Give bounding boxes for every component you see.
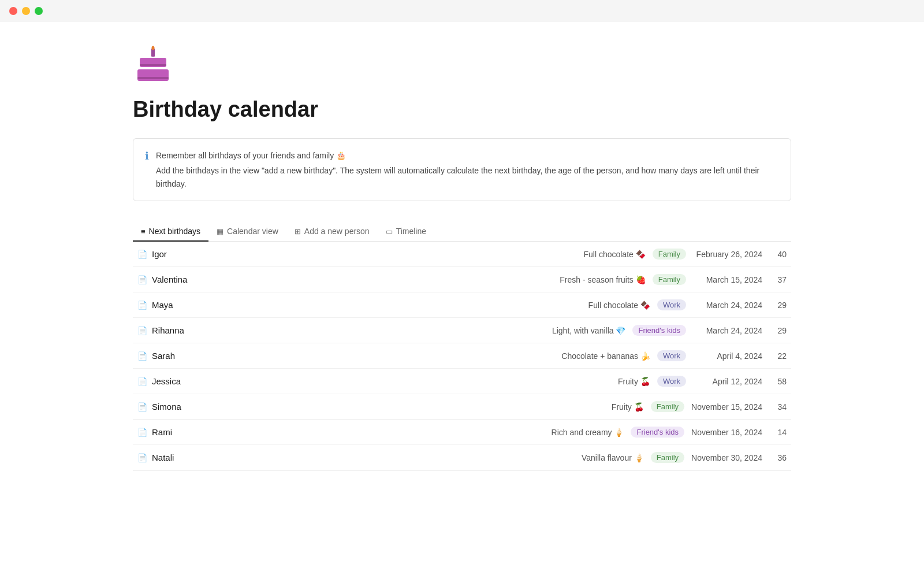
page-content: Birthday calendar ℹ Remember all birthda… bbox=[87, 22, 837, 494]
tag-work: Work bbox=[657, 299, 686, 310]
svg-point-1 bbox=[152, 46, 155, 50]
doc-icon: 📄 bbox=[137, 453, 147, 462]
age: 22 bbox=[769, 351, 787, 361]
birthday-date: March 15, 2024 bbox=[693, 275, 762, 284]
age: 36 bbox=[769, 453, 787, 462]
age: 37 bbox=[769, 275, 787, 284]
person-name: Natali bbox=[152, 453, 174, 462]
age: 29 bbox=[769, 326, 787, 335]
tag-friends-kids: Friend's kids bbox=[632, 325, 686, 336]
doc-icon: 📄 bbox=[137, 275, 147, 284]
info-line2: Add the birthdays in the view "add a new… bbox=[156, 164, 779, 190]
tab-add-person[interactable]: ⊞ Add a new person bbox=[286, 222, 378, 242]
add-icon: ⊞ bbox=[295, 227, 301, 236]
flavor-text: Fruity 🍒 bbox=[618, 377, 650, 386]
flavor-text: Fresh - season fruits 🍓 bbox=[560, 275, 646, 284]
birthday-date: November 15, 2024 bbox=[691, 402, 762, 412]
tabs: ≡ Next birthdays ▦ Calendar view ⊞ Add a… bbox=[133, 222, 791, 242]
window-chrome bbox=[0, 0, 924, 22]
info-line1: Remember all birthdays of your friends a… bbox=[156, 149, 779, 162]
birthday-date: March 24, 2024 bbox=[693, 301, 762, 310]
tag-work: Work bbox=[657, 376, 686, 387]
flavor-text: Rich and creamy 🍦 bbox=[552, 428, 624, 437]
birthday-date: November 16, 2024 bbox=[691, 428, 762, 437]
table-row[interactable]: 📄 Sarah Chocolate + bananas 🍌 Work April… bbox=[133, 343, 791, 369]
table-row[interactable]: 📄 Maya Full chocolate 🍫 Work March 24, 2… bbox=[133, 292, 791, 318]
svg-rect-4 bbox=[140, 64, 166, 66]
minimize-button[interactable] bbox=[22, 7, 30, 15]
flavor-text: Chocolate + bananas 🍌 bbox=[561, 351, 650, 361]
flavor-text: Light, with vanilla 💎 bbox=[552, 326, 626, 335]
age: 58 bbox=[769, 377, 787, 386]
timeline-icon: ▭ bbox=[386, 227, 393, 236]
flavor-text: Fruity 🍒 bbox=[612, 402, 644, 412]
tab-calendar-view[interactable]: ▦ Calendar view bbox=[208, 222, 286, 242]
person-name: Rihanna bbox=[152, 325, 184, 335]
person-name: Sarah bbox=[152, 351, 175, 361]
table-row[interactable]: 📄 Valentina Fresh - season fruits 🍓 Fami… bbox=[133, 267, 791, 292]
doc-icon: 📄 bbox=[137, 351, 147, 361]
tag-family: Family bbox=[653, 249, 686, 260]
tab-timeline[interactable]: ▭ Timeline bbox=[378, 222, 434, 242]
birthday-table: 📄 Igor Full chocolate 🍫 Family February … bbox=[133, 242, 791, 470]
doc-icon: 📄 bbox=[137, 326, 147, 335]
tag-work: Work bbox=[657, 350, 686, 361]
person-name: Jessica bbox=[152, 376, 181, 386]
age: 29 bbox=[769, 301, 787, 310]
cake-icon bbox=[133, 45, 173, 86]
age: 34 bbox=[769, 402, 787, 412]
birthday-date: April 12, 2024 bbox=[693, 377, 762, 386]
age: 14 bbox=[769, 428, 787, 437]
birthday-date: February 26, 2024 bbox=[693, 250, 762, 259]
person-name: Igor bbox=[152, 249, 167, 259]
person-name: Valentina bbox=[152, 275, 187, 284]
table-row[interactable]: 📄 Igor Full chocolate 🍫 Family February … bbox=[133, 242, 791, 267]
flavor-text: Full chocolate 🍫 bbox=[588, 301, 650, 310]
close-button[interactable] bbox=[9, 7, 17, 15]
tag-friends-kids: Friend's kids bbox=[631, 427, 684, 438]
flavor-text: Full chocolate 🍫 bbox=[583, 250, 645, 259]
tab-next-birthdays[interactable]: ≡ Next birthdays bbox=[133, 222, 208, 242]
age: 40 bbox=[769, 250, 787, 259]
doc-icon: 📄 bbox=[137, 250, 147, 259]
person-name: Simona bbox=[152, 402, 181, 412]
table-row[interactable]: 📄 Jessica Fruity 🍒 Work April 12, 2024 5… bbox=[133, 369, 791, 394]
table-row[interactable]: 📄 Simona Fruity 🍒 Family November 15, 20… bbox=[133, 394, 791, 420]
table-row[interactable]: 📄 Natali Vanilla flavour 🍦 Family Novemb… bbox=[133, 445, 791, 470]
tag-family: Family bbox=[653, 274, 686, 285]
svg-rect-5 bbox=[137, 77, 169, 79]
birthday-date: April 4, 2024 bbox=[693, 351, 762, 361]
person-name: Maya bbox=[152, 300, 173, 310]
tag-family: Family bbox=[651, 452, 684, 463]
doc-icon: 📄 bbox=[137, 428, 147, 437]
flavor-text: Vanilla flavour 🍦 bbox=[582, 453, 644, 462]
info-box: ℹ Remember all birthdays of your friends… bbox=[133, 138, 791, 201]
info-text: Remember all birthdays of your friends a… bbox=[156, 149, 779, 190]
list-icon: ≡ bbox=[141, 227, 146, 236]
doc-icon: 📄 bbox=[137, 402, 147, 412]
maximize-button[interactable] bbox=[35, 7, 43, 15]
birthday-date: November 30, 2024 bbox=[691, 453, 762, 462]
calendar-icon: ▦ bbox=[217, 227, 223, 236]
birthday-date: March 24, 2024 bbox=[693, 326, 762, 335]
page-title: Birthday calendar bbox=[133, 97, 791, 122]
tag-family: Family bbox=[651, 401, 684, 412]
person-name: Rami bbox=[152, 427, 172, 437]
doc-icon: 📄 bbox=[137, 301, 147, 310]
info-icon: ℹ bbox=[145, 150, 149, 162]
table-row[interactable]: 📄 Rami Rich and creamy 🍦 Friend's kids N… bbox=[133, 420, 791, 445]
table-row[interactable]: 📄 Rihanna Light, with vanilla 💎 Friend's… bbox=[133, 318, 791, 343]
doc-icon: 📄 bbox=[137, 377, 147, 386]
